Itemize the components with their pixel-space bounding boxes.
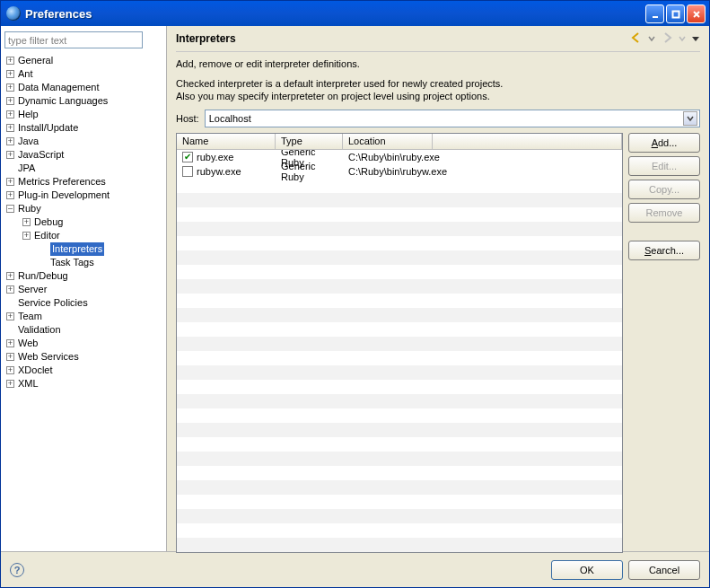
expand-icon[interactable]: + <box>6 137 14 145</box>
tree-item[interactable]: JPA <box>4 162 162 175</box>
tree-item[interactable]: +Web <box>4 337 162 350</box>
row-checkbox[interactable] <box>182 166 193 177</box>
tree-item-label: Server <box>18 283 47 296</box>
tree-item[interactable]: +Team <box>4 310 162 323</box>
expand-icon[interactable]: + <box>22 232 31 240</box>
expand-icon[interactable]: + <box>22 218 31 226</box>
expand-icon[interactable]: + <box>6 110 14 118</box>
tree-item[interactable]: +General <box>4 54 162 67</box>
cancel-button[interactable]: Cancel <box>628 560 700 580</box>
collapse-icon[interactable]: – <box>6 205 14 213</box>
host-select[interactable]: Localhost <box>205 110 700 127</box>
tree-item-label: XML <box>18 377 39 391</box>
tree-item[interactable]: +Java <box>4 135 162 148</box>
expand-icon[interactable]: + <box>6 339 14 347</box>
row-location: C:\Ruby\bin\ruby.exe <box>343 152 622 162</box>
expand-icon[interactable]: + <box>6 366 14 374</box>
table-row-empty <box>177 337 622 351</box>
table-row[interactable]: rubyw.exeGeneric RubyC:\Ruby\bin\rubyw.e… <box>177 164 622 179</box>
tree-item-label: Web Services <box>18 350 79 364</box>
svg-rect-1 <box>672 11 679 17</box>
preferences-tree[interactable]: +General+Ant+Data Management+Dynamic Lan… <box>4 54 162 391</box>
tree-item[interactable]: +Server <box>4 283 162 296</box>
tree-item[interactable]: +Editor <box>4 229 162 242</box>
search-button[interactable]: Search... <box>628 241 700 260</box>
tree-item[interactable]: –Ruby <box>4 202 162 215</box>
table-row-empty <box>177 394 622 408</box>
tree-item-label: General <box>18 54 53 67</box>
column-header-name[interactable]: Name <box>177 134 276 150</box>
expand-icon[interactable]: + <box>6 151 14 159</box>
tree-item[interactable]: +Help <box>4 108 162 121</box>
chevron-down-icon[interactable] <box>683 111 697 126</box>
expand-icon[interactable]: + <box>6 124 14 132</box>
expand-icon[interactable]: + <box>6 57 14 65</box>
tree-item-label: Web <box>18 337 38 350</box>
tree-item[interactable]: +XML <box>4 377 162 391</box>
add-button[interactable]: Add... <box>628 133 700 153</box>
table-row-empty <box>177 222 622 236</box>
tree-item[interactable]: Service Policies <box>4 296 162 310</box>
tree-item[interactable]: +Debug <box>4 215 162 229</box>
expand-icon[interactable]: + <box>6 285 14 294</box>
tree-item-label: JPA <box>18 162 35 175</box>
filter-input[interactable] <box>4 31 143 48</box>
tree-item[interactable]: +Metrics Preferences <box>4 175 162 189</box>
expand-icon[interactable]: + <box>6 380 14 388</box>
row-checkbox[interactable] <box>182 152 193 162</box>
expand-icon[interactable]: + <box>6 97 14 105</box>
tree-item[interactable]: +XDoclet <box>4 364 162 377</box>
table-row-empty <box>177 250 622 265</box>
tree-item-label: Team <box>18 310 42 323</box>
tree-item[interactable]: +JavaScript <box>4 148 162 162</box>
tree-pane: +General+Ant+Data Management+Dynamic Lan… <box>1 26 167 551</box>
host-label: Host: <box>176 113 199 124</box>
table-row-empty <box>177 279 622 294</box>
tree-item-label: Data Management <box>18 81 100 94</box>
tree-item[interactable]: +Install/Update <box>4 121 162 135</box>
forward-button <box>661 31 673 46</box>
menu-icon[interactable] <box>691 34 700 43</box>
table-row-empty <box>177 351 622 365</box>
tree-item[interactable]: +Data Management <box>4 81 162 94</box>
tree-item-label: Editor <box>34 229 60 242</box>
minimize-button[interactable] <box>645 4 664 23</box>
table-row[interactable]: ruby.exeGeneric RubyC:\Ruby\bin\ruby.exe <box>177 150 622 164</box>
tree-item[interactable]: Interpreters <box>4 242 162 256</box>
table-row-empty <box>177 509 622 523</box>
tree-item-label: Java <box>18 135 39 148</box>
table-row-empty <box>177 322 622 337</box>
tree-item-label: Service Policies <box>18 296 88 310</box>
back-button[interactable] <box>630 31 643 46</box>
close-button[interactable] <box>687 4 706 23</box>
ok-button[interactable]: OK <box>551 560 623 580</box>
tree-item[interactable]: Validation <box>4 323 162 337</box>
tree-item[interactable]: Task Tags <box>4 256 162 269</box>
tree-item[interactable]: +Plug-in Development <box>4 189 162 202</box>
expand-icon[interactable]: + <box>6 70 14 78</box>
table-row-empty <box>177 480 622 495</box>
copy-button: Copy... <box>628 180 700 199</box>
window-title: Preferences <box>25 7 92 21</box>
maximize-button[interactable] <box>666 4 685 23</box>
add-label: dd... <box>658 137 677 148</box>
column-header-type[interactable]: Type <box>276 134 343 150</box>
tree-item[interactable]: +Ant <box>4 67 162 81</box>
page-title: Interpreters <box>176 32 236 45</box>
tree-item[interactable]: +Web Services <box>4 350 162 364</box>
chevron-down-icon[interactable] <box>648 34 655 43</box>
expand-icon[interactable]: + <box>6 178 14 186</box>
expand-icon[interactable]: + <box>6 191 14 199</box>
tree-item[interactable]: +Run/Debug <box>4 269 162 283</box>
expand-icon[interactable]: + <box>6 312 14 320</box>
tree-item-label: Dynamic Languages <box>18 94 108 108</box>
expand-icon[interactable]: + <box>6 353 14 361</box>
help-icon[interactable]: ? <box>10 563 24 577</box>
host-value: Localhost <box>209 113 251 124</box>
table-row-empty <box>177 236 622 250</box>
expand-icon[interactable]: + <box>6 272 14 280</box>
tree-item[interactable]: +Dynamic Languages <box>4 94 162 108</box>
tree-item-label: Debug <box>34 215 63 229</box>
expand-icon[interactable]: + <box>6 83 14 92</box>
column-header-location[interactable]: Location <box>343 134 433 150</box>
